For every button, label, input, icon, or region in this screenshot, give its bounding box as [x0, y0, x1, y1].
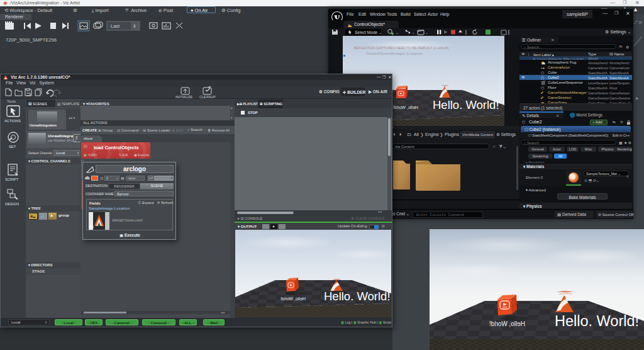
- svg-text:⌄: ⌄: [412, 31, 415, 35]
- svg-text:⇕: ⇕: [133, 24, 136, 28]
- svg-text:Last: Last: [111, 23, 120, 29]
- svg-text:⌄: ⌄: [396, 31, 399, 35]
- svg-text:⌄: ⌄: [425, 31, 428, 35]
- svg-text:Select Mode ⌄: Select Mode ⌄: [355, 30, 382, 35]
